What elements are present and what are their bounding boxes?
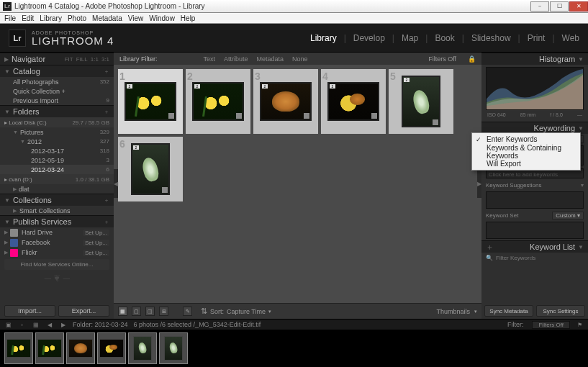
module-print[interactable]: Print [528, 33, 546, 43]
grid-view-button[interactable]: ▦ [118, 307, 127, 316]
setup-button[interactable]: Set Up... [83, 240, 109, 246]
navigator-header[interactable]: ▶ Navigator FITFILL1:13:1 [0, 53, 114, 65]
nav-opt-fit[interactable]: FIT [65, 56, 73, 63]
collections-header[interactable]: ▼ Collections ＋ [0, 194, 114, 206]
drive-bar[interactable]: ▸ Local Disk (C:)29.7 / 58.5 GB [0, 117, 114, 127]
menu-metadata[interactable]: Metadata [92, 14, 122, 22]
module-picker[interactable]: Library|Develop|Map|Book|Slideshow|Print… [310, 33, 579, 43]
filmstrip-cell[interactable] [4, 332, 33, 364]
folder-item[interactable]: ▼2012327 [0, 137, 114, 146]
filters-off-label[interactable]: Filters Off [428, 55, 456, 63]
publish-service[interactable]: ▶FlickrSet Up... [0, 248, 114, 258]
menu-item[interactable]: Will Export [472, 158, 580, 170]
catalog-item[interactable]: Quick Collection + [0, 86, 114, 96]
forward-icon[interactable]: ▶ [59, 321, 67, 329]
filter-tab-none[interactable]: None [292, 55, 308, 63]
find-more-services[interactable]: Find More Services Online... [4, 259, 109, 270]
module-map[interactable]: Map [402, 33, 418, 43]
module-library[interactable]: Library [310, 33, 337, 43]
collections-item[interactable]: ▶ Smart Collections [0, 206, 114, 215]
publish-service[interactable]: ▶Hard DriveSet Up... [0, 227, 114, 237]
left-panel: ▶ Navigator FITFILL1:13:1 ▼ Catalog ＋ Al… [0, 53, 114, 319]
sync-settings-button[interactable]: Sync Settings [536, 305, 585, 317]
menu-item[interactable]: Keywords & Containing Keywords [472, 145, 580, 158]
sort-direction-icon[interactable]: ⇅ [201, 307, 207, 316]
module-web[interactable]: Web [562, 33, 579, 43]
flag-icon[interactable]: ⚑ [576, 321, 584, 329]
module-develop[interactable]: Develop [353, 33, 385, 43]
drive-bar[interactable]: ▸ cvan (D:)1.0 / 38.1 GB [0, 174, 114, 184]
module-slideshow[interactable]: Slideshow [471, 33, 511, 43]
menu-view[interactable]: View [128, 14, 144, 22]
catalog-item[interactable]: All Photographs352 [0, 77, 114, 86]
folder-item[interactable]: ▶dlat [0, 184, 114, 194]
back-icon[interactable]: ◀ [45, 321, 53, 329]
catalog-item[interactable]: Previous Import9 [0, 96, 114, 105]
menu-edit[interactable]: Edit [22, 14, 34, 22]
lock-icon[interactable]: 🔒 [468, 55, 476, 63]
keyword-set-dropdown[interactable]: Custom ▾ [552, 212, 584, 219]
folder-item[interactable]: 2012-05-193 [0, 155, 114, 165]
keywording-title: Keywording [534, 124, 575, 132]
grid-cell[interactable]: 32 [253, 69, 318, 134]
folder-item[interactable]: 2012-03-246 [0, 165, 114, 174]
grid-cell[interactable]: 22 [186, 69, 250, 134]
filmstrip-cell[interactable] [66, 332, 95, 364]
left-panel-handle[interactable]: ◀ [114, 169, 118, 198]
filmstrip[interactable] [0, 330, 588, 367]
filter-keywords-input[interactable]: Filter Keywords [496, 255, 535, 261]
menu-window[interactable]: Window [149, 14, 175, 22]
grid-cell[interactable]: 42 [321, 69, 386, 134]
module-book[interactable]: Book [435, 33, 454, 43]
folder-item[interactable]: 2012-03-17318 [0, 146, 114, 155]
filmstrip-cell[interactable] [97, 332, 126, 364]
filmstrip-cell[interactable] [35, 332, 64, 364]
grid-cell[interactable]: 52 [389, 69, 453, 134]
grid-cell[interactable]: 62 [118, 137, 183, 201]
menu-file[interactable]: File [4, 14, 16, 22]
publish-header[interactable]: ▼ Publish Services ＋ [0, 215, 114, 227]
minimize-button[interactable]: － [530, 1, 549, 12]
nav-opt-fill[interactable]: FILL [76, 56, 88, 63]
nav-opt-3:1[interactable]: 3:1 [101, 56, 109, 63]
thumbnails-label[interactable]: Thumbnails [436, 308, 470, 315]
menubar[interactable]: FileEditLibraryPhotoMetadataViewWindowHe… [0, 13, 588, 24]
loupe-view-button[interactable]: ▢ [132, 307, 141, 316]
grid-icon[interactable]: ▦ [32, 321, 40, 329]
filter-tab-metadata[interactable]: Metadata [257, 55, 284, 63]
keyword-list-header[interactable]: ＋ Keyword List ▼ [481, 240, 588, 253]
menu-help[interactable]: Help [181, 14, 196, 22]
filmstrip-thumb [133, 336, 152, 361]
menu-library[interactable]: Library [40, 14, 62, 22]
grid-cell[interactable]: 12 [118, 69, 183, 134]
import-button[interactable]: Import... [4, 305, 55, 317]
publish-service[interactable]: ▶FacebookSet Up... [0, 237, 114, 248]
export-button[interactable]: Export... [58, 305, 109, 317]
compare-view-button[interactable]: ◫ [145, 307, 155, 316]
folder-path[interactable]: Folder: 2012-03-24 [73, 321, 128, 328]
catalog-header[interactable]: ▼ Catalog ＋ [0, 65, 114, 77]
filter-tab-text[interactable]: Text [204, 55, 216, 63]
sync-metadata-button[interactable]: Sync Metadata [484, 305, 533, 317]
filter-dropdown[interactable]: Filters Off [532, 321, 570, 329]
folder-item[interactable]: ▼Pictures329 [0, 127, 114, 137]
close-button[interactable]: ✕ [569, 1, 588, 12]
thumbnail-grid[interactable]: 122232425262 [114, 65, 481, 303]
keyword-tags-menu[interactable]: Enter KeywordsKeywords & Containing Keyw… [471, 132, 581, 171]
painter-tool-button[interactable]: ✎ [183, 307, 192, 316]
setup-button[interactable]: Set Up... [83, 230, 109, 236]
filmstrip-cell[interactable] [159, 332, 188, 364]
setup-button[interactable]: Set Up... [83, 250, 109, 256]
histogram-header[interactable]: Histogram ▼ [481, 53, 588, 65]
menu-photo[interactable]: Photo [68, 14, 86, 22]
main-window-icon[interactable]: ▣ [4, 321, 12, 329]
sort-value[interactable]: Capture Time [227, 308, 266, 315]
right-panel-handle[interactable]: ▶ [477, 169, 481, 198]
filmstrip-cell[interactable] [128, 332, 157, 364]
filter-tab-attribute[interactable]: Attribute [224, 55, 248, 63]
nav-opt-1:1[interactable]: 1:1 [91, 56, 99, 63]
folders-header[interactable]: ▼ Folders ＋ [0, 105, 114, 117]
second-window-icon[interactable]: ▫ [18, 321, 26, 329]
survey-view-button[interactable]: ⊞ [159, 307, 168, 316]
maximize-button[interactable]: ☐ [550, 1, 569, 12]
